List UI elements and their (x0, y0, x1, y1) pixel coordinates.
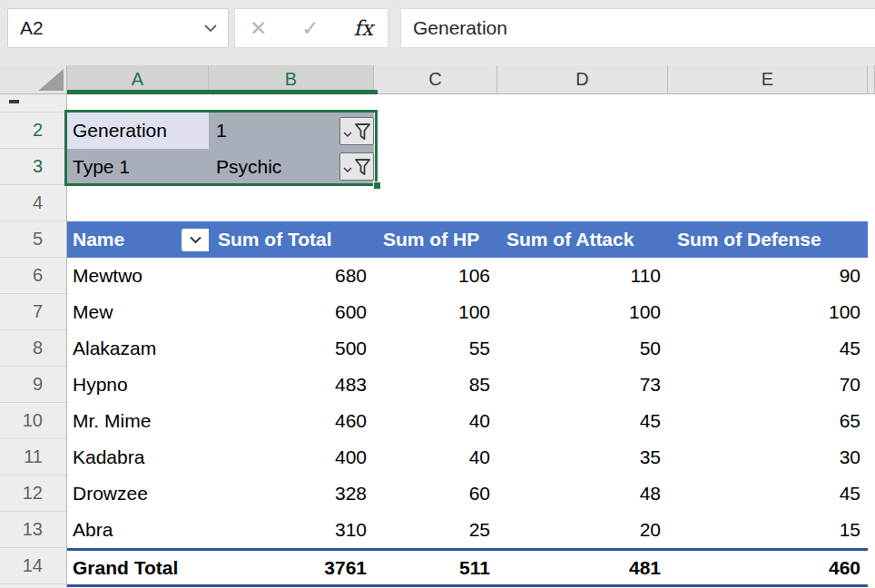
row-header-2[interactable]: 2 (0, 113, 66, 149)
pivot-cell-name[interactable]: Kadabra (67, 439, 209, 475)
column-header-d[interactable]: D (497, 65, 668, 94)
pivot-cell-defense[interactable]: 90 (668, 258, 868, 294)
pivot-cell-attack[interactable]: 35 (497, 439, 668, 475)
row-header-3[interactable]: 3 (0, 149, 66, 185)
row-header-8[interactable]: 8 (0, 330, 66, 367)
pivot-data-rows: Mewtwo68010611090Mew600100100100Alakazam… (67, 258, 868, 548)
pivot-row-hypno: Hypno483857370 (67, 367, 868, 403)
pivot-cell-hp[interactable]: 100 (374, 294, 497, 330)
pivot-header-sum-hp[interactable]: Sum of HP (374, 221, 497, 258)
pivot-cell-attack[interactable]: 73 (497, 367, 668, 403)
row-header-7[interactable]: 7 (0, 294, 66, 330)
pivot-cell-name[interactable]: Drowzee (67, 475, 209, 512)
formula-bar[interactable]: Generation (400, 8, 875, 48)
row-header-4[interactable]: 4 (0, 185, 66, 221)
row-header-13[interactable]: 13 (0, 512, 66, 548)
type1-filter-button[interactable] (339, 152, 374, 181)
pivot-header-name[interactable]: Name (67, 221, 209, 258)
pivot-cell-defense[interactable]: 65 (668, 403, 868, 439)
pivot-cell-attack[interactable]: 100 (497, 294, 668, 330)
pivot-cell-hp[interactable]: 85 (374, 367, 497, 403)
pivot-header-sum-total[interactable]: Sum of Total (209, 221, 374, 258)
pivot-cell-hp[interactable]: 40 (374, 439, 497, 475)
select-all-corner[interactable] (0, 65, 67, 94)
column-header-partial (868, 65, 875, 94)
pivot-cell-hp[interactable]: 25 (374, 512, 497, 548)
pivot-cell-defense[interactable]: 70 (668, 367, 868, 403)
column-header-e[interactable]: E (668, 65, 868, 94)
name-box-dropdown-icon[interactable] (204, 24, 217, 33)
row-header-14[interactable]: 14 (0, 548, 66, 584)
pivot-row-abra: Abra310252015 (67, 512, 868, 548)
pivot-cell-attack[interactable]: 45 (497, 403, 668, 439)
pivot-cell-total[interactable]: 680 (209, 258, 374, 294)
pivot-cell-total[interactable]: 328 (209, 475, 374, 512)
pivot-row-kadabra: Kadabra400403530 (67, 439, 868, 475)
row-header-9[interactable]: 9 (0, 367, 66, 403)
pivot-cell-total[interactable]: 310 (209, 512, 374, 548)
pivot-cell-defense[interactable]: 100 (668, 294, 868, 330)
sheet-grid: Generation 1 Type 1 Psychic (67, 94, 875, 588)
row-headers: 234567891011121314 (0, 94, 67, 588)
pivot-cell-attack[interactable]: 20 (497, 512, 668, 548)
row-1-clipped-number (9, 100, 19, 103)
row-header-12[interactable]: 12 (0, 475, 66, 512)
pivot-cell-hp[interactable]: 40 (374, 403, 497, 439)
pivot-cell-total[interactable]: 500 (209, 330, 374, 367)
pivot-cell-total[interactable]: 600 (209, 294, 374, 330)
enter-icon[interactable]: ✓ (301, 18, 319, 39)
pivot-cell-total[interactable]: 400 (209, 439, 374, 475)
pivot-cell-name[interactable]: Hypno (67, 367, 209, 403)
grand-total-total[interactable]: 3761 (209, 551, 374, 584)
grand-total-label[interactable]: Grand Total (67, 551, 209, 584)
pivot-cell-attack[interactable]: 48 (497, 475, 668, 512)
grand-total-row: Grand Total 3761 511 481 460 (67, 548, 868, 587)
select-all-triangle-icon (38, 69, 64, 91)
pivot-cell-defense[interactable]: 45 (668, 475, 868, 512)
grand-total-attack[interactable]: 481 (497, 551, 668, 584)
pivot-header-sum-attack[interactable]: Sum of Attack (497, 221, 668, 258)
grand-total-hp[interactable]: 511 (374, 551, 497, 584)
pivot-header-sum-defense[interactable]: Sum of Defense (668, 221, 868, 258)
pivot-cell-name[interactable]: Mewtwo (67, 258, 209, 294)
pivot-cell-hp[interactable]: 60 (374, 475, 497, 512)
formula-controls: ✕ ✓ fx (234, 8, 388, 48)
pivot-row-mr-mime: Mr. Mime460404565 (67, 403, 868, 439)
cancel-icon[interactable]: ✕ (250, 18, 267, 39)
grand-total-defense[interactable]: 460 (668, 551, 868, 584)
pivot-cell-defense[interactable]: 45 (668, 330, 868, 367)
pivot-row-drowzee: Drowzee328604845 (67, 475, 868, 512)
insert-function-icon[interactable]: fx (354, 18, 373, 39)
pivot-cell-total[interactable]: 483 (209, 367, 374, 403)
pivot-cell-name[interactable]: Mr. Mime (67, 403, 209, 439)
pivot-cell-defense[interactable]: 30 (668, 439, 868, 475)
pivot-cell-total[interactable]: 460 (209, 403, 374, 439)
pivot-cell-name[interactable]: Mew (67, 294, 209, 330)
formula-bar-value: Generation (401, 17, 507, 39)
row-header-6[interactable]: 6 (0, 258, 66, 294)
filter-funnel-icon (354, 157, 371, 177)
row-header-11[interactable]: 11 (0, 439, 66, 475)
active-cell-reference: A2 (8, 17, 204, 39)
pivot-cell-attack[interactable]: 50 (497, 330, 668, 367)
pivot-row-mew: Mew600100100100 (67, 294, 868, 330)
row-header-5[interactable]: 5 (0, 221, 66, 258)
row-header-1[interactable] (0, 94, 66, 113)
cell-a2-filter-label[interactable]: Generation (67, 113, 209, 149)
generation-filter-button[interactable] (339, 117, 374, 145)
pivot-cell-defense[interactable]: 15 (668, 512, 868, 548)
pivot-cell-name[interactable]: Abra (67, 512, 209, 548)
pivot-cell-attack[interactable]: 110 (497, 258, 668, 294)
pivot-cell-name[interactable]: Alakazam (67, 330, 209, 367)
pivot-cell-hp[interactable]: 55 (374, 330, 497, 367)
row-header-10[interactable]: 10 (0, 403, 66, 439)
chevron-down-icon (343, 132, 352, 138)
name-box[interactable]: A2 (7, 8, 229, 48)
cell-a3-filter-label[interactable]: Type 1 (67, 149, 209, 185)
chevron-down-icon (189, 236, 202, 244)
pivot-table: Name Sum of Total Sum of HP Sum of Attac… (67, 221, 868, 587)
column-header-c[interactable]: C (374, 65, 497, 94)
pivot-cell-hp[interactable]: 106 (374, 258, 497, 294)
name-column-dropdown-button[interactable] (182, 229, 209, 251)
selection-fill-handle[interactable] (373, 181, 381, 190)
